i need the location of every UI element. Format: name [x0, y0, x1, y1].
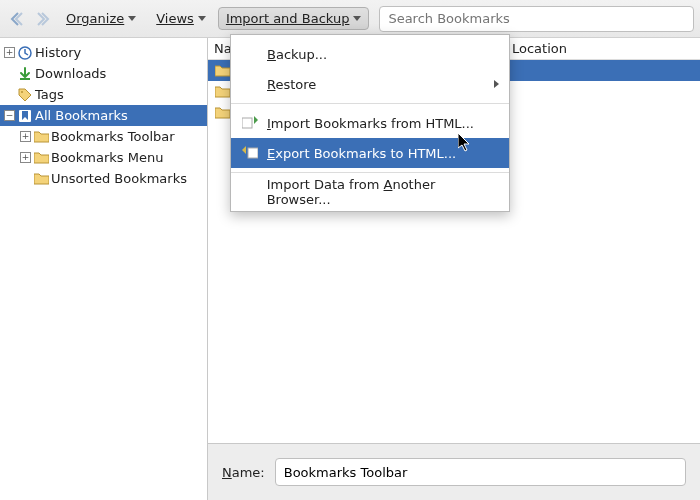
tree-label: Tags — [35, 87, 64, 102]
svg-rect-3 — [242, 118, 252, 128]
menu-separator — [231, 172, 509, 173]
tree-row-bookmarks-toolbar[interactable]: + Bookmarks Toolbar — [0, 126, 207, 147]
collapse-icon[interactable]: − — [4, 110, 15, 121]
column-label: Location — [512, 41, 567, 56]
expand-icon[interactable]: + — [20, 152, 31, 163]
menu-label: Import Bookmarks from HTML... — [267, 116, 474, 131]
export-icon — [241, 145, 259, 161]
back-button[interactable] — [6, 8, 28, 30]
organize-label: Organize — [66, 11, 124, 26]
import-backup-dropdown: Backup... Restore Import Bookmarks from … — [230, 34, 510, 212]
organize-menu[interactable]: Organize — [58, 7, 144, 30]
name-label: Name: — [222, 465, 265, 480]
spacer — [4, 89, 15, 100]
folder-icon — [33, 150, 49, 166]
import-backup-menu[interactable]: Import and Backup — [218, 7, 370, 30]
menu-label: Backup... — [267, 47, 327, 62]
tree-label: Bookmarks Menu — [51, 150, 163, 165]
name-input[interactable] — [275, 458, 686, 486]
chevron-down-icon — [128, 16, 136, 21]
svg-rect-4 — [248, 148, 258, 158]
tree-label: Unsorted Bookmarks — [51, 171, 187, 186]
bookmark-icon — [17, 108, 33, 124]
chevron-down-icon — [353, 16, 361, 21]
tree-row-bookmarks-menu[interactable]: + Bookmarks Menu — [0, 147, 207, 168]
folder-icon — [214, 63, 230, 79]
search-input[interactable] — [379, 6, 694, 32]
spacer — [20, 173, 31, 184]
spacer-icon — [241, 184, 259, 200]
folder-icon — [214, 105, 230, 121]
tree-row-unsorted[interactable]: Unsorted Bookmarks — [0, 168, 207, 189]
svg-point-1 — [21, 91, 23, 93]
column-location[interactable]: Location — [506, 38, 700, 59]
tree-label: History — [35, 45, 81, 60]
tree-row-downloads[interactable]: Downloads — [0, 63, 207, 84]
menu-separator — [231, 103, 509, 104]
toolbar: Organize Views Import and Backup — [0, 0, 700, 38]
download-icon — [17, 66, 33, 82]
views-menu[interactable]: Views — [148, 7, 214, 30]
folder-icon — [214, 84, 230, 100]
folder-icon — [33, 129, 49, 145]
tree-row-all-bookmarks[interactable]: − All Bookmarks — [0, 105, 207, 126]
menu-label: Restore — [267, 77, 316, 92]
clock-icon — [17, 45, 33, 61]
menu-item-backup[interactable]: Backup... — [231, 39, 509, 69]
details-panel: Name: — [208, 444, 700, 500]
menu-item-export-html[interactable]: Export Bookmarks to HTML... — [231, 138, 509, 168]
expand-icon[interactable]: + — [20, 131, 31, 142]
forward-button[interactable] — [32, 8, 54, 30]
tree-label: Downloads — [35, 66, 106, 81]
menu-label: Export Bookmarks to HTML... — [267, 146, 456, 161]
import-icon — [241, 115, 259, 131]
spacer — [4, 68, 15, 79]
expand-icon[interactable]: + — [4, 47, 15, 58]
menu-item-import-html[interactable]: Import Bookmarks from HTML... — [231, 108, 509, 138]
spacer-icon — [241, 76, 259, 92]
search-container — [379, 6, 694, 32]
folder-icon — [33, 171, 49, 187]
tag-icon — [17, 87, 33, 103]
menu-item-restore[interactable]: Restore — [231, 69, 509, 99]
sidebar: + History Downloads Tags − All Bookmarks… — [0, 38, 208, 500]
views-label: Views — [156, 11, 194, 26]
menu-item-import-browser[interactable]: Import Data from Another Browser... — [231, 177, 509, 207]
import-backup-label: Import and Backup — [226, 11, 350, 26]
tree-label: All Bookmarks — [35, 108, 128, 123]
tree-row-tags[interactable]: Tags — [0, 84, 207, 105]
spacer-icon — [241, 46, 259, 62]
tree-label: Bookmarks Toolbar — [51, 129, 175, 144]
submenu-arrow-icon — [494, 80, 499, 88]
chevron-down-icon — [198, 16, 206, 21]
tree-row-history[interactable]: + History — [0, 42, 207, 63]
menu-label: Import Data from Another Browser... — [267, 177, 499, 207]
